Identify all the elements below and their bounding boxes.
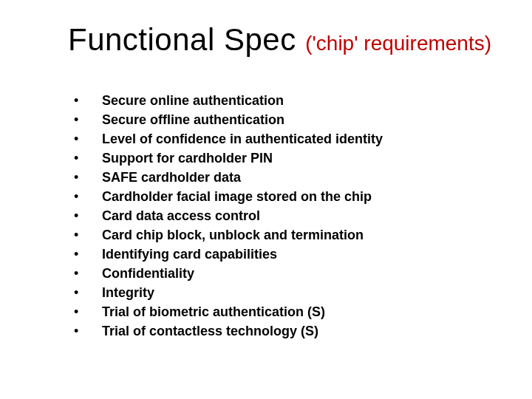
bullet-icon: • [74,208,102,224]
bullet-text: Card data access control [102,208,260,224]
bullet-icon: • [74,247,102,262]
bullet-text: Level of confidence in authenticated ide… [102,132,383,147]
list-item: • Integrity [74,285,495,301]
bullet-text: Identifying card capabilities [102,247,277,262]
requirements-list: • Secure online authentication • Secure … [37,93,495,339]
list-item: • Identifying card capabilities [74,247,495,262]
bullet-text: Integrity [102,285,154,301]
list-item: • Secure offline authentication [74,112,495,128]
list-item: • Secure online authentication [74,93,495,109]
bullet-text: Support for cardholder PIN [102,151,273,166]
bullet-text: SAFE cardholder data [102,170,241,185]
bullet-text: Cardholder facial image stored on the ch… [102,189,372,205]
bullet-icon: • [74,228,102,243]
bullet-icon: • [74,266,102,282]
list-item: • SAFE cardholder data [74,170,495,185]
list-item: • Cardholder facial image stored on the … [74,189,495,205]
list-item: • Trial of biometric authentication (S) [74,304,495,320]
bullet-icon: • [74,112,102,128]
bullet-icon: • [74,285,102,301]
list-item: • Level of confidence in authenticated i… [74,132,495,147]
bullet-icon: • [74,93,102,109]
bullet-icon: • [74,132,102,147]
list-item: • Support for cardholder PIN [74,151,495,166]
bullet-text: Secure offline authentication [102,112,284,128]
list-item: • Card chip block, unblock and terminati… [74,228,495,243]
bullet-text: Trial of biometric authentication (S) [102,304,325,320]
bullet-text: Trial of contactless technology (S) [102,324,318,339]
slide-container: Functional Spec ('chip' requirements) • … [0,0,532,399]
bullet-text: Secure online authentication [102,93,284,109]
bullet-icon: • [74,189,102,205]
bullet-text: Confidentiality [102,266,194,282]
title-main: Functional Spec [68,22,296,57]
list-item: • Trial of contactless technology (S) [74,324,495,339]
bullet-icon: • [74,324,102,339]
list-item: • Confidentiality [74,266,495,282]
bullet-text: Card chip block, unblock and termination [102,228,364,243]
bullet-icon: • [74,170,102,185]
bullet-icon: • [74,151,102,166]
slide-title: Functional Spec ('chip' requirements) [37,22,495,58]
list-item: • Card data access control [74,208,495,224]
title-sub: ('chip' requirements) [305,32,491,55]
bullet-icon: • [74,304,102,320]
